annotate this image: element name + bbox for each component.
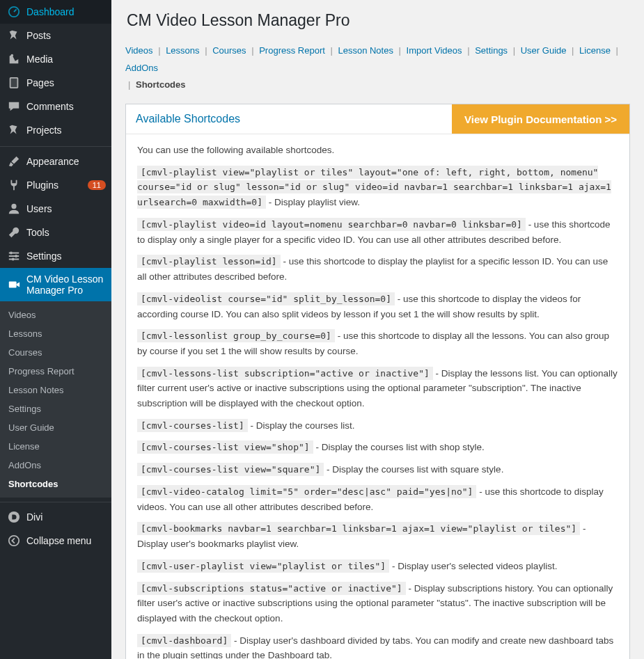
submenu-item-license[interactable]: License: [0, 437, 111, 456]
tab-user-guide[interactable]: User Guide: [521, 45, 567, 56]
sidebar-item-pages[interactable]: Pages: [0, 71, 111, 95]
intro-text: You can use the following available shor…: [137, 143, 618, 158]
shortcode-row: [cmvl-lessonlist group_by_course=0] - us…: [137, 328, 618, 358]
page-icon: [7, 77, 21, 89]
shortcode-code: [cmvl-playlist view="playlist or tiles" …: [137, 166, 611, 209]
sidebar-item-users[interactable]: Users: [0, 197, 111, 221]
tab-lessons[interactable]: Lessons: [166, 45, 199, 56]
sidebar-item-label: Posts: [26, 30, 106, 41]
shortcode-row: [cmvl-courses-list view="shop"] - Displa…: [137, 440, 618, 455]
sidebar-item-dashboard[interactable]: Dashboard: [0, 0, 111, 24]
sidebar-item-label: Comments: [26, 101, 106, 112]
comment-icon: [7, 100, 21, 113]
shortcode-row: [cmvl-video-catalog limit="5" order="des…: [137, 484, 618, 514]
sidebar-item-label: CM Video Lesson Manager Pro: [26, 273, 106, 296]
sidebar-item-media[interactable]: Media: [0, 47, 111, 71]
shortcode-code: [cmvl-playlist video=id layout=nomenu se…: [137, 218, 526, 231]
sidebar-item-projects[interactable]: Projects: [0, 118, 111, 142]
sidebar-item-appearance[interactable]: Appearance: [0, 146, 111, 173]
sidebar-item-cm-video-lesson-manager-pro[interactable]: CM Video Lesson Manager Pro: [0, 268, 111, 301]
sidebar-item-settings[interactable]: Settings: [0, 244, 111, 268]
tab-settings[interactable]: Settings: [475, 45, 508, 56]
panel-body: You can use the following available shor…: [126, 134, 629, 659]
submenu-item-videos[interactable]: Videos: [0, 305, 111, 324]
shortcode-code: [cmvl-bookmarks navbar=1 searchbar=1 lin…: [137, 522, 580, 535]
sidebar-item-label: Users: [26, 203, 106, 214]
submenu-item-progress-report[interactable]: Progress Report: [0, 362, 111, 381]
shortcode-row: [cmvl-lessons-list subscription="active …: [137, 366, 618, 411]
media-icon: [7, 53, 21, 65]
page-title: CM Video Lesson Manager Pro: [127, 11, 630, 30]
submenu-item-addons[interactable]: AddOns: [0, 456, 111, 475]
tab-license[interactable]: License: [579, 45, 611, 56]
shortcode-row: [cmvl-bookmarks navbar=1 searchbar=1 lin…: [137, 521, 618, 551]
submenu-item-user-guide[interactable]: User Guide: [0, 418, 111, 437]
submenu-item-lessons[interactable]: Lessons: [0, 324, 111, 343]
sidebar-item-tools[interactable]: Tools: [0, 221, 111, 244]
shortcode-row: [cmvl-subscriptions status="active or in…: [137, 581, 618, 626]
shortcode-row: [cmvl-playlist view="playlist or tiles" …: [137, 165, 618, 210]
shortcode-code: [cmvl-courses-list]: [137, 419, 248, 432]
sidebar-item-collapse-menu[interactable]: Collapse menu: [0, 529, 111, 553]
shortcode-row: [cmvl-playlist video=id layout=nomenu se…: [137, 217, 618, 247]
shortcode-description: - Display the courses list with shop sty…: [313, 442, 485, 452]
shortcode-code: [cmvl-courses-list view="shop"]: [137, 440, 313, 454]
video-icon: [7, 278, 21, 291]
panel-title: Available Shortcodes: [126, 104, 452, 134]
tab-lesson-notes[interactable]: Lesson Notes: [338, 45, 393, 56]
sidebar-item-label: Plugins: [26, 180, 84, 191]
shortcode-row: [cmvl-playlist lesson=id] - use this sho…: [137, 254, 618, 284]
pin-icon: [7, 124, 21, 136]
wrench-icon: [7, 226, 21, 239]
shortcode-code: [cmvl-dashboard]: [137, 634, 231, 647]
plug-icon: [7, 179, 21, 191]
shortcode-description: - Display playlist view.: [266, 197, 360, 207]
shortcode-code: [cmvl-videolist course="id" split_by_les…: [137, 292, 395, 305]
shortcode-row: [cmvl-courses-list] - Display the course…: [137, 418, 618, 434]
sidebar-item-plugins[interactable]: Plugins11: [0, 173, 111, 197]
submenu-item-settings[interactable]: Settings: [0, 399, 111, 418]
sidebar-item-label: Pages: [26, 77, 106, 88]
shortcode-code: [cmvl-lessonlist group_by_course=0]: [137, 329, 335, 342]
panel-header: Available Shortcodes View Plugin Documen…: [126, 104, 629, 134]
shortcode-row: [cmvl-videolist course="id" split_by_les…: [137, 292, 618, 321]
tab-import-videos[interactable]: Import Videos: [407, 45, 462, 56]
content-area: CM Video Lesson Manager Pro Videos | Les…: [111, 0, 644, 659]
admin-sidebar: DashboardPostsMediaPagesCommentsProjects…: [0, 0, 111, 659]
tab-shortcodes: Shortcodes: [136, 79, 186, 90]
shortcode-code: [cmvl-lessons-list subscription="active …: [137, 367, 433, 380]
tab-courses[interactable]: Courses: [212, 45, 246, 56]
sidebar-item-label: Media: [26, 54, 106, 65]
view-documentation-button[interactable]: View Plugin Documentation >>: [452, 104, 629, 134]
sliders-icon: [7, 250, 21, 262]
submenu-item-shortcodes[interactable]: Shortcodes: [0, 475, 111, 493]
collapse-icon: [7, 534, 21, 547]
shortcode-description: - Display user's selected videos playlis…: [389, 561, 557, 571]
dashboard-icon: [7, 6, 21, 18]
tab-videos[interactable]: Videos: [125, 45, 153, 56]
shortcode-row: [cmvl-courses-list view="square"] - Disp…: [137, 462, 618, 477]
shortcode-description: - Display the courses list.: [248, 420, 355, 431]
submenu-item-courses[interactable]: Courses: [0, 343, 111, 362]
tab-addons[interactable]: AddOns: [125, 63, 158, 73]
shortcode-code: [cmvl-user-playlist view="playlist or ti…: [137, 559, 389, 573]
shortcode-code: [cmvl-courses-list view="square"]: [137, 463, 324, 476]
shortcode-code: [cmvl-subscriptions status="active or in…: [137, 582, 406, 595]
update-badge: 11: [88, 180, 106, 190]
shortcode-row: [cmvl-dashboard] - Display user's dashbo…: [137, 633, 618, 659]
plugin-tabs: Videos | Lessons | Courses | Progress Re…: [125, 42, 630, 94]
shortcode-code: [cmvl-video-catalog limit="5" order="des…: [137, 485, 476, 498]
divi-icon: [7, 511, 21, 523]
sidebar-item-posts[interactable]: Posts: [0, 24, 111, 47]
sidebar-item-label: Collapse menu: [26, 535, 106, 546]
tab-progress-report[interactable]: Progress Report: [259, 45, 325, 56]
sidebar-item-label: Tools: [26, 227, 106, 238]
sidebar-item-comments[interactable]: Comments: [0, 95, 111, 118]
sidebar-item-label: Settings: [26, 251, 106, 262]
sidebar-item-label: Projects: [26, 125, 106, 136]
pin-icon: [7, 29, 21, 42]
shortcodes-panel: Available Shortcodes View Plugin Documen…: [125, 104, 630, 659]
sidebar-item-divi[interactable]: Divi: [0, 502, 111, 529]
shortcode-code: [cmvl-playlist lesson=id]: [137, 255, 281, 268]
submenu-item-lesson-notes[interactable]: Lesson Notes: [0, 381, 111, 399]
